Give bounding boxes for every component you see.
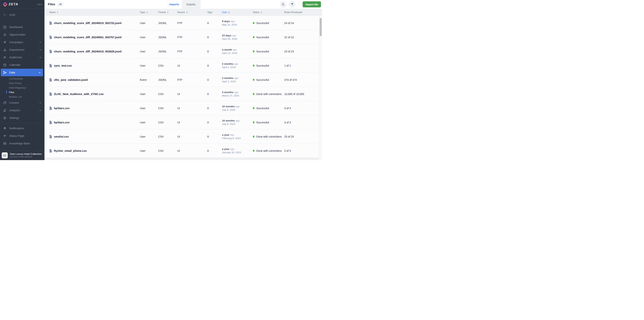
sidebar-item-status-page[interactable]: Status Page [0, 132, 44, 140]
table-row[interactable]: zync_test.csv User CSV UI 0 2 months ago… [44, 58, 322, 73]
sidebar-item-zoe[interactable]: ZOE [0, 11, 44, 19]
calendar-icon [3, 63, 7, 67]
sidebar-item-label: Knowledge Base [9, 142, 30, 145]
account-switcher[interactable]: ZE Zeta Luxury Hotel Collection zeta-lux… [0, 152, 44, 159]
date-relative: 10 months [222, 119, 235, 122]
file-rows-processed: 24 of 24 [284, 22, 322, 24]
layers-icon [3, 101, 7, 105]
column-header-name[interactable]: Name [49, 11, 140, 14]
sidebar-item-content[interactable]: Content [0, 99, 44, 106]
status-dot-icon [253, 121, 254, 124]
date-full: July 9, 2023 [222, 108, 253, 111]
sidebar-item-data-flows[interactable]: Data Flows [0, 81, 44, 85]
chevron-down-icon [39, 102, 42, 104]
sidebar-item-connectivity[interactable]: Connectivity [0, 76, 44, 81]
status-label: Successful [256, 64, 269, 67]
date-relative: 2 months [222, 77, 233, 80]
file-name-cell: hpStars.csv [49, 106, 140, 110]
table-row[interactable]: ZLHC_New_Audience_with_ZYNC.csv User CSV… [44, 87, 322, 101]
file-date: a year ago February 6, 2023 [222, 134, 253, 140]
file-tags-count: 0 [207, 106, 222, 110]
vertical-scrollbar[interactable] [319, 16, 322, 160]
chevron-down-icon [39, 109, 42, 112]
table-row[interactable]: smslist.csv User CSV UI 0 a year ago Feb… [44, 130, 322, 144]
sidebar-item-label: Settings [9, 116, 19, 120]
sidebar-item-experiences[interactable]: Experiences [0, 46, 44, 54]
more-menu-icon[interactable] [38, 4, 42, 5]
date-ago-label: ago [234, 77, 238, 80]
date-relative: a year [222, 148, 229, 150]
sidebar-item-settings[interactable]: Settings [0, 114, 44, 122]
sidebar-item-dashboard[interactable]: Dashboard [0, 23, 44, 31]
file-tags-count: 0 [207, 22, 222, 24]
column-header-type[interactable]: Type [140, 11, 158, 14]
date-full: April 14, 2024 [222, 52, 253, 54]
date-ago-label: ago [230, 148, 234, 150]
sidebar-footer-nav: Notifications Status Page Knowledge Base [0, 124, 44, 147]
status-dot-icon [253, 36, 254, 38]
table-row[interactable]: churn_modeling_score_diff_20240501_00375… [44, 30, 322, 44]
column-header-status[interactable]: Status [253, 11, 284, 14]
column-header-date[interactable]: Date [222, 11, 253, 14]
sidebar-item-analytics[interactable]: Analytics [0, 106, 44, 114]
file-status: Successful [253, 50, 284, 53]
sidebar-item-campaigns[interactable]: Campaigns [0, 38, 44, 46]
file-name-cell: hpStars.csv [49, 120, 140, 124]
tab-imports[interactable]: Imports [166, 0, 182, 9]
table-row[interactable]: Ryohei_email_phone.csv User CSV UI 0 a y… [44, 144, 322, 158]
date-ago-label: ago [234, 91, 238, 94]
sidebar-item-knowledge-base[interactable]: Knowledge Base [0, 140, 44, 147]
sidebar-item-calendar[interactable]: Calendar [0, 61, 44, 69]
scrollbar-thumb[interactable] [320, 18, 322, 36]
table-row[interactable]: hpStars.csv User CSV UI 0 10 months ago … [44, 101, 322, 115]
file-rows-processed: 25 of 25 [284, 135, 322, 138]
sidebar-item-models-list[interactable]: Models List [0, 94, 44, 99]
sidebar-subitem-label: Data Mappings [9, 86, 26, 89]
file-date: a month ago April 14, 2024 [222, 48, 253, 54]
sidebar-item-label: Opportunities [9, 33, 26, 36]
file-name: zync_test.csv [54, 64, 72, 67]
file-rows-processed: 1 of 1 [284, 64, 322, 67]
table-row[interactable]: churn_modeling_score_diff_20240415_00262… [44, 44, 322, 58]
file-status: Successful [253, 107, 284, 110]
file-icon [49, 78, 52, 82]
status-dot-icon [253, 93, 254, 95]
file-tags-count: 0 [207, 92, 222, 96]
files-count-badge: 40 [58, 2, 64, 6]
column-header-format[interactable]: Format [158, 11, 177, 14]
file-source: UI [177, 121, 207, 124]
file-format: JSONL [158, 36, 177, 39]
search-button[interactable] [280, 1, 286, 8]
file-source: FTP [177, 78, 207, 81]
sidebar-item-notifications[interactable]: Notifications [0, 124, 44, 132]
table-row[interactable]: churn_modeling_score_diff_20240515_00272… [44, 16, 322, 30]
brand-logo: ZETA [9, 2, 18, 6]
file-type: User [140, 135, 158, 138]
file-type: User [140, 92, 158, 96]
column-header-source[interactable]: Source [177, 11, 207, 14]
file-icon [49, 21, 52, 25]
sidebar-item-files[interactable]: Files [0, 90, 44, 94]
sidebar-item-data[interactable]: Data [1, 69, 43, 76]
file-rows-processed: 23 of 23 [284, 50, 322, 53]
sidebar-subitem-label: Connectivity [9, 77, 23, 80]
sidebar-item-audiences[interactable]: Audiences [0, 54, 44, 61]
table-row[interactable]: hpStars.csv User CSV UI 0 10 months ago … [44, 115, 322, 130]
import-file-button[interactable]: Import file [302, 1, 321, 8]
status-label: Successful [256, 121, 269, 124]
sidebar-item-data-mappings[interactable]: Data Mappings [0, 85, 44, 90]
sidebar-item-opportunities[interactable]: Opportunities [0, 31, 44, 38]
date-ago-label: ago [232, 48, 237, 51]
filter-button[interactable] [289, 1, 296, 8]
file-icon [49, 92, 52, 96]
sidebar-item-label: Audiences [9, 56, 22, 59]
tab-exports[interactable]: Exports [182, 0, 200, 9]
status-dot-icon [253, 22, 254, 24]
file-icon [49, 50, 52, 53]
bar-chart-icon [3, 108, 7, 112]
file-name-cell: churn_modeling_score_diff_20240415_00262… [49, 50, 140, 53]
status-dot-icon [253, 107, 254, 109]
date-ago-label: ago [236, 105, 240, 108]
table-row[interactable]: zlhc_jane_validation.jsonl Event JSONL F… [44, 73, 322, 87]
status-label: Successful [256, 107, 269, 110]
